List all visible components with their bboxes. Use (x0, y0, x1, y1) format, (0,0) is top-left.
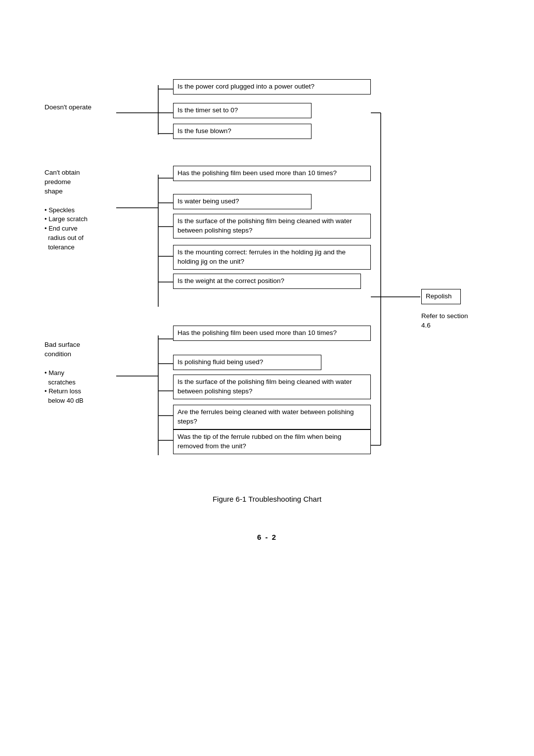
diagram-area: Doesn't operate Can't obtainpredomeshape… (44, 69, 490, 503)
box-film-cleaned-1: Is the surface of the polishing film bei… (173, 214, 371, 238)
box-weight-position: Is the weight at the correct position? (173, 274, 361, 289)
box-water-used: Is water being used? (173, 194, 312, 209)
box-film-10times-1: Has the polishing film been used more th… (173, 166, 371, 181)
page-number: 6 - 2 (257, 533, 277, 541)
box-fuse: Is the fuse blown? (173, 124, 312, 139)
figure-caption: Figure 6-1 Troubleshooting Chart (44, 495, 490, 503)
label-refer: Refer to section 4.6 (421, 312, 470, 331)
page: Doesn't operate Can't obtainpredomeshape… (0, 0, 534, 756)
label-bad-surface: Bad surfacecondition • Many scratches• R… (44, 340, 114, 406)
box-film-cleaned-2: Is the surface of the polishing film bei… (173, 375, 371, 399)
box-repolish: Repolish (421, 289, 461, 304)
box-ferrules-cleaned: Are the ferrules being cleaned with wate… (173, 405, 371, 429)
box-timer: Is the timer set to 0? (173, 103, 312, 118)
box-polishing-fluid: Is polishing fluid being used? (173, 355, 321, 370)
box-power-cord: Is the power cord plugged into a power o… (173, 79, 371, 94)
box-film-10times-2: Has the polishing film been used more th… (173, 326, 371, 341)
flow-chart: Doesn't operate Can't obtainpredomeshape… (44, 69, 470, 475)
box-tip-rubbed: Was the tip of the ferrule rubbed on the… (173, 429, 371, 454)
box-mounting-correct: Is the mounting correct: ferrules in the… (173, 245, 371, 270)
label-cant-obtain: Can't obtainpredomeshape • Speckles• Lar… (44, 168, 114, 252)
label-doesnt-operate: Doesn't operate (44, 103, 114, 112)
